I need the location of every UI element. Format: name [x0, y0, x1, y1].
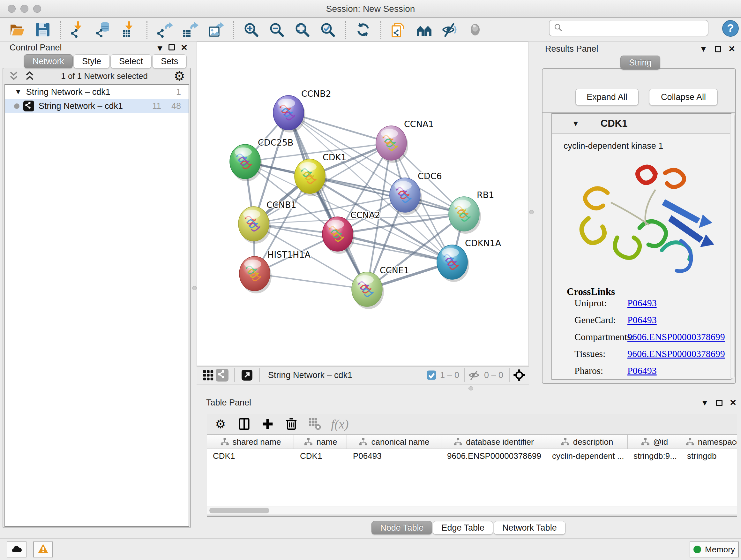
table-panel-menu-button[interactable]: ▼ — [701, 398, 709, 408]
network-view-toolbar: String Network – cdk1 1 – 0 0 – 0 — [197, 366, 529, 384]
import-database-icon[interactable] — [94, 20, 113, 39]
duplicate-network-icon[interactable] — [389, 20, 408, 39]
save-session-icon[interactable] — [33, 20, 52, 39]
open-session-icon[interactable] — [8, 20, 26, 39]
table-panel-float-button[interactable] — [716, 400, 723, 406]
hide-selected-icon[interactable] — [441, 20, 459, 39]
table-cell[interactable]: P06493 — [347, 449, 441, 462]
node-RB1[interactable]: RB1 — [449, 190, 494, 234]
tab-string[interactable]: String — [620, 56, 660, 70]
control-panel-menu-button[interactable]: ▼ — [156, 44, 164, 53]
node-CCNE1[interactable]: CCNE1 — [352, 265, 409, 309]
node-table[interactable]: shared namenamecanonical namedatabase id… — [207, 435, 737, 507]
window-title: Session: New Session — [0, 4, 741, 14]
column-header-@id[interactable]: @id — [628, 435, 681, 449]
detach-view-icon[interactable] — [240, 368, 254, 382]
show-all-icon[interactable] — [466, 20, 484, 39]
column-header-description[interactable]: description — [546, 435, 628, 449]
table-header[interactable]: shared namenamecanonical namedatabase id… — [207, 435, 737, 449]
export-network-icon[interactable] — [155, 20, 174, 39]
tab-network[interactable]: Network — [24, 54, 73, 68]
tab-node-table[interactable]: Node Table — [372, 521, 432, 535]
node-CDKN1A[interactable]: CDKN1A — [437, 238, 501, 282]
tab-style[interactable]: Style — [73, 54, 110, 68]
table-options-gear-icon[interactable]: ⚙ — [213, 416, 228, 432]
selected-checkbox-icon[interactable] — [426, 368, 437, 382]
right-splitter-handle[interactable] — [529, 210, 534, 214]
zoom-out-icon[interactable] — [267, 20, 286, 39]
table-cell[interactable]: CDK1 — [207, 449, 294, 462]
results-panel-float-button[interactable] — [715, 46, 721, 52]
results-panel-close-button[interactable]: ✕ — [728, 44, 735, 54]
collapse-all-button[interactable]: Collapse All — [649, 89, 718, 105]
expand-all-button[interactable]: Expand All — [576, 89, 638, 105]
apply-layout-icon[interactable] — [354, 20, 373, 39]
edge-CCNB2-CCNE1[interactable] — [288, 113, 367, 289]
add-column-icon[interactable] — [260, 416, 275, 432]
import-network-icon[interactable] — [69, 20, 87, 39]
network-graph[interactable]: CCNB2 CCNA1 CDC25B CDK1 CDC6 RB1 CCNB1 — [197, 42, 529, 366]
table-hscrollbar[interactable] — [207, 506, 737, 514]
collapse-all-networks-icon[interactable] — [8, 71, 19, 81]
table-cell[interactable]: stringdb — [681, 449, 737, 462]
node-CCNB2[interactable]: CCNB2 — [273, 89, 331, 132]
cloud-button[interactable] — [7, 542, 26, 557]
node-HIST1H1A[interactable]: HIST1H1A — [239, 250, 311, 294]
network-collection-row[interactable]: ▼ String Network – cdk1 1 — [5, 85, 189, 99]
network-view-type-icon[interactable] — [215, 368, 229, 382]
export-image-icon[interactable] — [206, 20, 225, 39]
table-cell[interactable]: cyclin-dependent ... — [546, 449, 628, 462]
zoom-in-icon[interactable] — [242, 20, 260, 39]
column-header-canonical-name[interactable]: canonical name — [347, 435, 441, 449]
import-table-icon[interactable] — [120, 20, 138, 39]
zoom-selected-icon[interactable] — [319, 20, 337, 39]
memory-button[interactable]: Memory — [690, 542, 739, 557]
expand-all-networks-icon[interactable] — [24, 71, 35, 81]
control-panel-float-button[interactable] — [169, 44, 175, 51]
column-header-namespace[interactable]: namespace — [681, 435, 737, 449]
results-scrollbar[interactable] — [730, 114, 735, 379]
birds-eye-toggle-icon[interactable] — [512, 368, 526, 382]
delete-column-icon[interactable] — [284, 416, 299, 432]
table-panel-close-button[interactable]: ✕ — [730, 398, 737, 408]
table-cell[interactable]: stringdb:9... — [628, 449, 681, 462]
search-input[interactable] — [565, 23, 704, 34]
show-columns-icon[interactable] — [237, 416, 252, 432]
table-cell[interactable]: 9606.ENSP00000378699 — [441, 449, 546, 462]
help-button[interactable]: ? — [722, 20, 739, 37]
warnings-button[interactable] — [33, 542, 53, 557]
tab-edge-table[interactable]: Edge Table — [433, 521, 493, 535]
control-panel-close-button[interactable]: ✕ — [181, 43, 188, 53]
export-table-icon[interactable] — [181, 20, 199, 39]
tab-select[interactable]: Select — [111, 54, 151, 68]
column-header-name[interactable]: name — [294, 435, 347, 449]
hidden-eye-icon[interactable] — [467, 368, 481, 382]
search-box[interactable] — [549, 20, 709, 37]
crosslink-link[interactable]: 9606.ENSP00000378699 — [627, 348, 725, 359]
crosslink-link[interactable]: P06493 — [627, 298, 657, 308]
table-body[interactable]: CDK1CDK1P064939606.ENSP00000378699cyclin… — [207, 449, 737, 462]
tab-network-table[interactable]: Network Table — [494, 521, 565, 535]
collection-caret-icon[interactable]: ▼ — [15, 88, 22, 96]
crosslink-link[interactable]: 9606.ENSP00000378699 — [627, 331, 725, 342]
crosslink-link[interactable]: P06493 — [627, 365, 657, 376]
tab-sets[interactable]: Sets — [152, 54, 187, 68]
table-cell[interactable]: CDK1 — [294, 449, 347, 462]
table-row[interactable]: CDK1CDK1P064939606.ENSP00000378699cyclin… — [207, 449, 737, 462]
network-row-selected[interactable]: String Network – cdk1 11 48 — [5, 99, 189, 113]
table-hscrollbar-thumb[interactable] — [209, 508, 269, 513]
gene-caret-icon[interactable]: ▼ — [572, 119, 580, 128]
left-splitter-handle[interactable] — [192, 286, 197, 290]
first-neighbors-icon[interactable] — [415, 20, 433, 39]
column-header-shared-name[interactable]: shared name — [207, 435, 294, 449]
results-panel-menu-button[interactable]: ▼ — [699, 44, 708, 54]
network-canvas[interactable]: CCNB2 CCNA1 CDC25B CDK1 CDC6 RB1 CCNB1 — [197, 42, 529, 366]
zoom-fit-icon[interactable] — [293, 20, 312, 39]
bottom-splitter-handle[interactable] — [468, 386, 473, 390]
node-CDC6[interactable]: CDC6 — [390, 171, 442, 215]
show-grid-icon[interactable] — [201, 368, 215, 382]
gene-section-header[interactable]: ▼ CDK1 — [552, 114, 731, 134]
column-header-database-identifier[interactable]: database identifier — [441, 435, 546, 449]
crosslink-link[interactable]: P06493 — [627, 314, 657, 325]
network-options-gear-icon[interactable]: ⚙ — [174, 70, 185, 82]
